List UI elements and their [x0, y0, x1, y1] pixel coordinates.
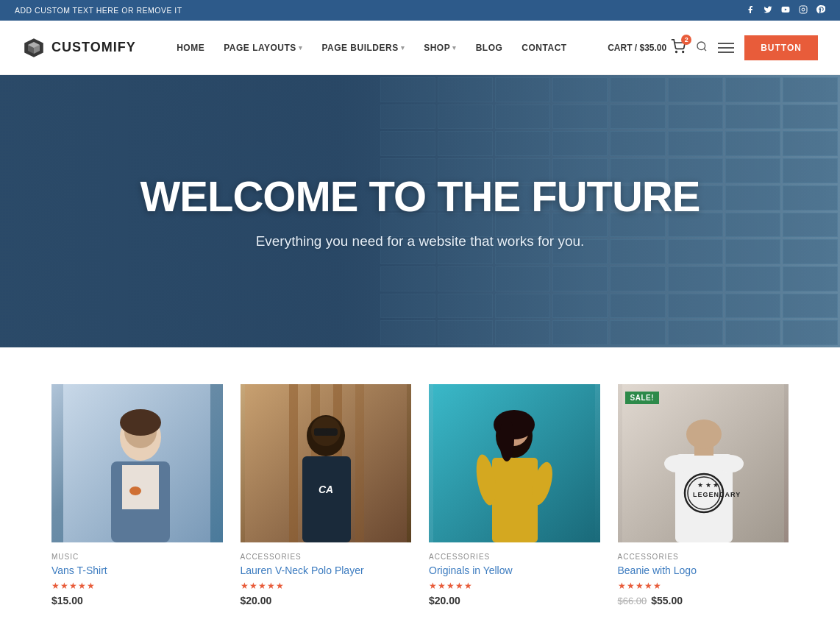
shop-chevron-icon: ▾ — [452, 44, 457, 52]
logo-icon — [22, 36, 46, 60]
product-4-name[interactable]: Beanie with Logo — [618, 564, 789, 576]
svg-rect-27 — [326, 428, 336, 436]
twitter-icon[interactable] — [764, 5, 772, 16]
product-4-price-new: $55.00 — [651, 595, 683, 606]
svg-rect-16 — [122, 465, 159, 509]
svg-text:★ ★ ★: ★ ★ ★ — [697, 481, 719, 489]
nav-contact[interactable]: CONTACT — [514, 37, 574, 59]
header-cta-button[interactable]: BUTTON — [744, 35, 818, 60]
svg-rect-33 — [492, 458, 538, 542]
cart-label: CART / $35.00 — [608, 43, 666, 53]
page-layouts-chevron-icon: ▾ — [299, 44, 303, 52]
hero-section: // Generate grid cells inline via templa… — [0, 75, 840, 347]
product-card-1[interactable]: MUSIC Vans T-Shirt ★★★★★ $15.00 — [51, 384, 223, 606]
product-3-stars: ★★★★★ — [429, 581, 600, 591]
product-1-price: $15.00 — [51, 595, 83, 606]
top-bar: ADD CUSTOM TEXT HERE OR REMOVE IT — [0, 0, 840, 21]
svg-rect-22 — [355, 384, 364, 542]
facebook-icon[interactable] — [746, 5, 755, 16]
products-grid: MUSIC Vans T-Shirt ★★★★★ $15.00 — [51, 384, 789, 606]
svg-point-1 — [802, 8, 805, 11]
page-builders-chevron-icon: ▾ — [401, 44, 405, 52]
product-4-price-old: $66.00 — [618, 595, 647, 606]
svg-rect-26 — [314, 428, 324, 436]
svg-line-10 — [704, 49, 706, 51]
logo-text: CUSTOMIFY — [51, 40, 136, 55]
product-card-2[interactable]: CA ACCESSORIES Lauren V-Neck Polo Player… — [241, 384, 412, 606]
hero-content: WELCOME TO THE FUTURE Everything you nee… — [0, 75, 840, 347]
svg-point-8 — [683, 52, 684, 53]
product-4-sale-badge: SALE! — [625, 392, 660, 404]
header-right: CART / $35.00 2 BUTTON — [608, 35, 818, 60]
top-bar-text: ADD CUSTOM TEXT HERE OR REMOVE IT — [15, 6, 182, 15]
product-2-category: ACCESSORIES — [241, 553, 412, 561]
nav-shop[interactable]: SHOP ▾ — [416, 37, 464, 59]
product-image-2: CA — [241, 384, 412, 542]
product-3-name[interactable]: Originals in Yellow — [429, 564, 600, 576]
product-1-stars: ★★★★★ — [51, 581, 223, 591]
product-2-price-area: $20.00 — [241, 595, 412, 606]
product-4-stars: ★★★★★ — [618, 581, 789, 591]
pinterest-icon[interactable] — [816, 5, 825, 16]
svg-text:LEGENDARY: LEGENDARY — [693, 491, 741, 498]
svg-point-2 — [805, 7, 806, 8]
svg-point-47 — [717, 455, 744, 473]
hero-subtitle: Everything you need for a website that w… — [256, 233, 585, 249]
product-1-price-area: $15.00 — [51, 595, 223, 606]
product-image-3 — [429, 384, 600, 542]
svg-point-37 — [499, 417, 514, 461]
cart-button[interactable]: CART / $35.00 2 — [608, 39, 686, 56]
main-nav: HOME PAGE LAYOUTS ▾ PAGE BUILDERS ▾ SHOP… — [169, 37, 574, 59]
cart-icon-wrap: 2 — [671, 39, 686, 56]
product-2-name[interactable]: Lauren V-Neck Polo Player — [241, 564, 412, 576]
product-4-category: ACCESSORIES — [618, 553, 789, 561]
product-card-3[interactable]: ACCESSORIES Originals in Yellow ★★★★★ $2… — [429, 384, 600, 606]
hero-title: WELCOME TO THE FUTURE — [140, 173, 700, 220]
product-3-category: ACCESSORIES — [429, 553, 600, 561]
product-2-price: $20.00 — [241, 595, 272, 606]
product-card-4[interactable]: ★ ★ ★ LEGENDARY SALE! ACCESSORIES Beanie… — [618, 384, 789, 606]
products-section: MUSIC Vans T-Shirt ★★★★★ $15.00 — [0, 347, 840, 630]
instagram-icon[interactable] — [799, 5, 808, 16]
svg-point-9 — [697, 42, 705, 50]
svg-text:CA: CA — [318, 484, 333, 495]
nav-page-layouts[interactable]: PAGE LAYOUTS ▾ — [216, 37, 310, 59]
product-image-1 — [51, 384, 223, 542]
svg-rect-19 — [289, 384, 298, 542]
product-image-4: ★ ★ ★ LEGENDARY SALE! — [618, 384, 789, 542]
product-1-category: MUSIC — [51, 553, 223, 561]
cart-badge: 2 — [681, 35, 691, 45]
product-3-price: $20.00 — [429, 595, 460, 606]
header: CUSTOMIFY HOME PAGE LAYOUTS ▾ PAGE BUILD… — [0, 21, 840, 75]
svg-rect-28 — [302, 456, 351, 542]
product-3-price-area: $20.00 — [429, 595, 600, 606]
svg-rect-0 — [800, 6, 807, 13]
nav-home[interactable]: HOME — [169, 37, 212, 59]
svg-point-17 — [129, 486, 141, 495]
nav-blog[interactable]: BLOG — [469, 37, 510, 59]
product-1-name[interactable]: Vans T-Shirt — [51, 564, 223, 576]
logo[interactable]: CUSTOMIFY — [22, 36, 136, 60]
social-icons — [746, 5, 825, 16]
svg-point-46 — [664, 455, 691, 473]
nav-page-builders[interactable]: PAGE BUILDERS ▾ — [314, 37, 412, 59]
product-2-stars: ★★★★★ — [241, 581, 412, 591]
product-4-price-area: $66.00 $55.00 — [618, 595, 789, 606]
hamburger-menu[interactable] — [718, 43, 734, 53]
search-button[interactable] — [696, 40, 708, 55]
youtube-icon[interactable] — [781, 5, 790, 16]
svg-point-45 — [686, 420, 722, 449]
svg-point-14 — [120, 409, 161, 436]
svg-point-7 — [676, 52, 677, 53]
